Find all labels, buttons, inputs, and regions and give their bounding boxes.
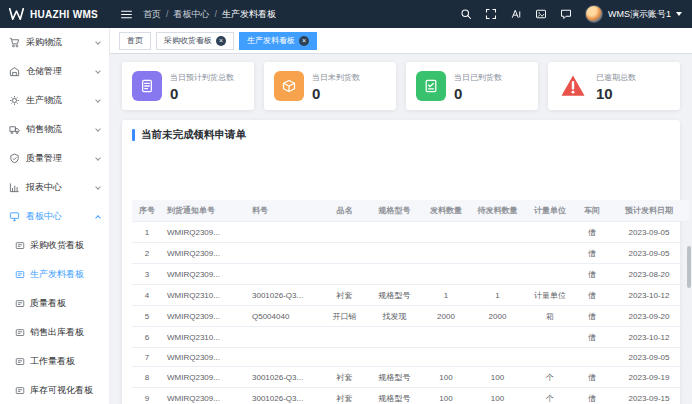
table-cell: WMIRQ2309... xyxy=(162,348,247,367)
table-cell xyxy=(247,264,322,285)
table-cell: WMIRQ2309... xyxy=(162,264,247,285)
table-row[interactable]: 4WMIRQ2310...3001026-Q3...衬套规格型号11计量单位借2… xyxy=(132,285,689,306)
chevron-down-icon xyxy=(95,68,101,74)
table-cell xyxy=(247,348,322,367)
table-cell: 100 xyxy=(470,388,525,404)
hamburger-icon[interactable] xyxy=(110,8,143,21)
table-cell xyxy=(525,348,575,367)
sidebar-item-quality-management[interactable]: 质量管理 xyxy=(0,144,109,173)
col-header-material-no: 料号 xyxy=(247,200,322,222)
breadcrumb-home[interactable]: 首页 xyxy=(143,8,161,21)
message-icon[interactable] xyxy=(560,8,572,20)
tab-purchase-receiving-board[interactable]: 采购收货看板 xyxy=(156,32,234,50)
close-icon[interactable] xyxy=(299,36,309,46)
table-cell: 借 xyxy=(575,222,609,243)
table-cell: 100 xyxy=(422,388,470,404)
table-row[interactable]: 9WMIRQ2309...3001026-Q3...衬套规格型号100100个借… xyxy=(132,388,689,404)
stat-card-overdue-total: 已逾期总数 10 xyxy=(548,62,680,110)
table-row[interactable]: 3WMIRQ2309...借2023-08-20 xyxy=(132,264,689,285)
table-row[interactable]: 7WMIRQ2309...2023-09-05 xyxy=(132,348,689,367)
table-cell: 个 xyxy=(525,388,575,404)
sidebar-item-sales-logistics[interactable]: 销售物流 xyxy=(0,115,109,144)
table-cell xyxy=(422,264,470,285)
sidebar-subitem-purchase-receiving-board[interactable]: 采购收货看板 xyxy=(0,231,109,260)
table-cell: 1 xyxy=(470,285,525,306)
col-header-notice-no: 到货通知单号 xyxy=(162,200,247,222)
sidebar-item-production-logistics[interactable]: 生产物流 xyxy=(0,86,109,115)
board-icon xyxy=(15,328,25,338)
tab-production-issue-board[interactable]: 生产发料看板 xyxy=(239,32,317,50)
image-icon[interactable] xyxy=(535,8,547,20)
truck-icon xyxy=(9,124,20,135)
table-cell xyxy=(367,222,422,243)
table-cell xyxy=(247,243,322,264)
sidebar-item-purchase-logistics[interactable]: 采购物流 xyxy=(0,28,109,57)
stat-value: 10 xyxy=(596,86,636,101)
caret-down-icon xyxy=(676,12,682,16)
table-row[interactable]: 8WMIRQ2309...3001026-Q3...衬套规格型号100100个借… xyxy=(132,367,689,388)
sidebar-item-label: 质量管理 xyxy=(26,152,62,165)
pending-requests-table: 序号 到货通知单号 料号 品名 规格型号 发料数量 待发料数量 计量单位 车间 … xyxy=(132,200,689,404)
table-cell: 衬套 xyxy=(322,388,367,404)
stat-value: 0 xyxy=(312,86,360,101)
table-cell xyxy=(525,243,575,264)
sidebar-item-warehouse-management[interactable]: 仓储管理 xyxy=(0,57,109,86)
sidebar-subitem-inventory-visual-board[interactable]: 库存可视化看板 xyxy=(0,376,109,404)
sidebar-subitem-workload-board[interactable]: 工作量看板 xyxy=(0,347,109,376)
sidebar-subitem-sales-outbound-board[interactable]: 销售出库看板 xyxy=(0,318,109,347)
tab-label: 采购收货看板 xyxy=(164,35,212,46)
table-cell xyxy=(322,264,367,285)
monitor-icon xyxy=(9,211,20,222)
col-header-expected-date: 预计发料日期 xyxy=(609,200,689,222)
table-row[interactable]: 6WMIRQ2310...借2023-10-12 xyxy=(132,327,689,348)
top-header: HUAZHI WMS 首页 / 看板中心 / 生产发料看板 WMS演示账号1 xyxy=(0,0,692,28)
stat-text: 当日未到货数 0 xyxy=(312,72,360,101)
table-cell: 计量单位 xyxy=(525,285,575,306)
stat-label: 已逾期总数 xyxy=(596,72,636,83)
font-size-icon[interactable] xyxy=(510,8,522,20)
table-cell xyxy=(367,243,422,264)
breadcrumb: 首页 / 看板中心 / 生产发料看板 xyxy=(143,8,276,21)
scrollbar-thumb[interactable] xyxy=(687,246,691,288)
stat-card-arrived: 当日已到货数 0 xyxy=(406,62,538,110)
table-cell: 2023-08-20 xyxy=(609,264,689,285)
avatar xyxy=(585,5,603,23)
table-cell: 箱 xyxy=(525,306,575,327)
tab-home[interactable]: 首页 xyxy=(119,32,151,50)
table-row[interactable]: 5WMIRQ2309...Q5004040开口销找发现20002000箱借202… xyxy=(132,306,689,327)
table-row[interactable]: 1WMIRQ2309...借2023-09-05 xyxy=(132,222,689,243)
sidebar-item-report-center[interactable]: 报表中心 xyxy=(0,173,109,202)
table-cell xyxy=(322,327,367,348)
table-cell: 2023-09-05 xyxy=(609,348,689,367)
sidebar-item-label: 报表中心 xyxy=(26,181,62,194)
table-row[interactable]: 2WMIRQ2309...借2023-09-05 xyxy=(132,243,689,264)
app-logo[interactable]: HUAZHI WMS xyxy=(0,8,110,20)
sidebar-subitem-production-issue-board[interactable]: 生产发料看板 xyxy=(0,260,109,289)
sidebar-subitem-label: 工作量看板 xyxy=(30,355,75,368)
sidebar-subitem-quality-board[interactable]: 质量看板 xyxy=(0,289,109,318)
sidebar-item-label: 采购物流 xyxy=(26,36,62,49)
table-cell xyxy=(525,327,575,348)
logo-text: HUAZHI WMS xyxy=(30,9,98,20)
user-menu[interactable]: WMS演示账号1 xyxy=(585,5,682,23)
table-cell: 7 xyxy=(132,348,162,367)
search-icon[interactable] xyxy=(460,8,472,20)
sidebar-item-board-center[interactable]: 看板中心 xyxy=(0,202,109,231)
close-icon[interactable] xyxy=(216,36,226,46)
table-body: 1WMIRQ2309...借2023-09-052WMIRQ2309...借20… xyxy=(132,222,689,404)
stat-value: 0 xyxy=(454,86,502,101)
breadcrumb-board-center[interactable]: 看板中心 xyxy=(174,8,210,21)
table-cell xyxy=(525,264,575,285)
table-cell: 2023-09-19 xyxy=(609,367,689,388)
col-header-issue-qty: 发料数量 xyxy=(422,200,470,222)
table-cell xyxy=(470,327,525,348)
table-cell xyxy=(247,327,322,348)
table-cell: 衬套 xyxy=(322,367,367,388)
table-cell: 借 xyxy=(575,264,609,285)
username: WMS演示账号1 xyxy=(608,8,671,21)
wms-logo-icon xyxy=(8,8,25,20)
cart-icon xyxy=(9,37,20,48)
table-cell: WMIRQ2309... xyxy=(162,222,247,243)
fullscreen-icon[interactable] xyxy=(485,8,497,20)
table-cell: 2 xyxy=(132,243,162,264)
